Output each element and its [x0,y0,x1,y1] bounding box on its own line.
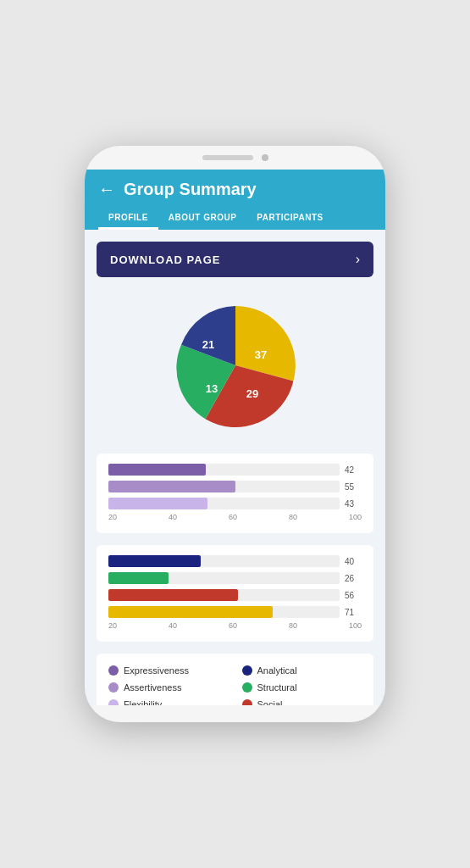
axis-label: 100 [349,513,362,521]
bar-fill [108,555,201,567]
legend-dot [108,665,119,676]
bar-chart-2: 40 26 56 [97,545,373,642]
bar-fill [108,481,235,492]
download-button[interactable]: DOWNLOAD PAGE › [97,242,373,277]
axis-label: 80 [289,513,297,521]
bar-row: 55 [108,481,362,492]
axis-label: 100 [349,621,362,630]
bar-fill [108,464,206,476]
bar-fill [108,606,273,618]
axis-labels: 20 40 60 80 100 [108,621,362,630]
phone-speaker [202,155,253,160]
legend-label: Structural [257,682,297,693]
legend-label: Expressiveness [124,665,189,676]
legend-item-social: Social [242,699,362,705]
bar-track [108,555,340,567]
tab-participants[interactable]: PARTICIPANTS [246,208,333,230]
header: ← Group Summary PROFILE ABOUT GROUP PART… [85,170,385,230]
bar-value: 71 [345,608,362,617]
bar-value: 40 [345,557,362,566]
svg-text:29: 29 [246,387,257,400]
legend: Expressiveness Analytical Assertiveness … [97,654,373,705]
svg-text:21: 21 [202,338,213,351]
svg-text:13: 13 [205,382,217,395]
bar-chart-1: 42 55 43 [97,453,373,533]
axis-label: 20 [108,513,117,521]
phone-camera [262,154,268,161]
bar-track [108,498,340,509]
phone-shell: ← Group Summary PROFILE ABOUT GROUP PART… [85,146,385,722]
bar-track [108,606,340,618]
bar-fill [108,572,169,584]
axis-row: 20 40 60 80 100 [108,621,362,632]
pie-chart-container: 37 29 13 21 [97,289,373,442]
bar-row: 71 [108,606,362,618]
axis-label: 60 [229,513,237,521]
tab-profile[interactable]: PROFILE [98,208,158,230]
legend-label: Analytical [257,665,297,676]
axis-label: 40 [169,621,177,630]
legend-item-assertiveness: Assertiveness [108,682,229,693]
legend-dot [242,682,252,693]
page-title: Group Summary [124,180,257,199]
bar-value: 56 [345,591,362,600]
bar-fill [108,498,207,509]
phone-bottom [85,705,385,722]
tab-about-group[interactable]: ABOUT GROUP [158,208,247,230]
bar-value: 43 [345,499,362,509]
phone-screen: ← Group Summary PROFILE ABOUT GROUP PART… [85,170,385,705]
legend-dot [108,699,119,705]
bar-row: 43 [108,498,362,509]
content-area: DOWNLOAD PAGE › [85,230,385,705]
download-arrow-icon: › [356,252,360,267]
bar-row: 26 [108,572,362,584]
legend-item-expressiveness: Expressiveness [108,665,229,676]
svg-text:37: 37 [254,348,266,361]
bar-row: 56 [108,589,362,601]
axis-label: 60 [229,621,237,630]
bar-row: 42 [108,464,362,476]
bar-chart-1-bars: 42 55 43 [108,464,362,509]
download-label: DOWNLOAD PAGE [110,253,220,266]
bar-fill [108,589,238,601]
legend-dot [242,665,252,676]
bar-track [108,481,340,492]
axis-labels: 20 40 60 80 100 [108,513,362,521]
legend-item-analytical: Analytical [242,665,362,676]
bar-track [108,589,340,601]
bar-value: 55 [345,482,362,492]
header-title-row: ← Group Summary [98,180,372,199]
header-tabs: PROFILE ABOUT GROUP PARTICIPANTS [98,208,372,230]
back-button[interactable]: ← [98,180,115,199]
axis-label: 20 [108,621,117,630]
phone-notch [85,146,385,170]
legend-item-flexibility: Flexibility [108,699,229,705]
pie-chart: 37 29 13 21 [168,298,303,433]
bar-track [108,464,340,476]
bar-chart-2-bars: 40 26 56 [108,555,362,618]
legend-dot [108,682,119,693]
bar-value: 42 [345,465,362,475]
axis-label: 80 [289,621,297,630]
axis-label: 40 [169,513,177,521]
axis-row: 20 40 60 80 100 [108,513,362,523]
legend-item-structural: Structural [242,682,362,693]
bar-row: 40 [108,555,362,567]
legend-label: Flexibility [124,699,162,705]
legend-label: Assertiveness [124,682,181,693]
legend-dot [242,699,252,705]
legend-label: Social [257,699,283,705]
bar-track [108,572,340,584]
bar-value: 26 [345,574,362,583]
